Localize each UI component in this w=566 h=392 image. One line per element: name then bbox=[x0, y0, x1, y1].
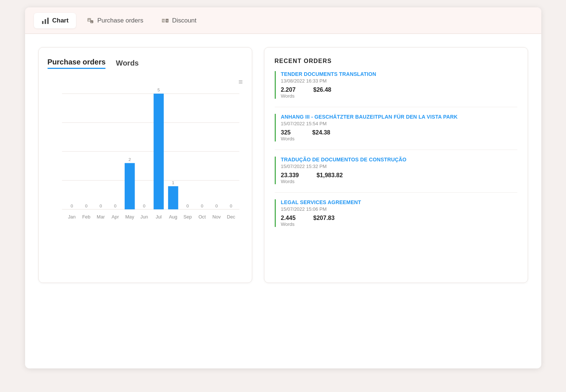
recent-orders-card: RECENT ORDERS Tender documents translati… bbox=[264, 47, 528, 283]
order-stat-words: 2.207 Words bbox=[281, 87, 296, 99]
top-tabs: Chart A a Purchase orders % % bbox=[25, 7, 541, 34]
svg-text:Jan: Jan bbox=[68, 214, 76, 220]
order-stat-words: 2.445 Words bbox=[281, 215, 296, 227]
svg-rect-24 bbox=[125, 163, 135, 210]
order-title[interactable]: LEGAL SERVICES AGREEMENT bbox=[281, 199, 517, 205]
svg-text:0: 0 bbox=[230, 203, 232, 208]
chart-tab-purchase-orders[interactable]: Purchase orders bbox=[48, 58, 106, 69]
divider bbox=[275, 192, 517, 193]
order-item: Tradução de documentos de construção 15/… bbox=[275, 157, 517, 184]
translate-icon: A a bbox=[86, 17, 94, 25]
order-title[interactable]: ANHANG III - GESCHÄTZTER BAUZEITPLAN FÜR… bbox=[281, 114, 517, 120]
svg-text:Nov: Nov bbox=[212, 214, 221, 220]
order-date: 15/07/2022 15:06 PM bbox=[281, 206, 517, 212]
order-date: 15/07/2022 15:32 PM bbox=[281, 164, 517, 169]
order-stat-value: 325 bbox=[281, 129, 295, 136]
chart-tab-words[interactable]: Words bbox=[116, 59, 139, 69]
svg-text:Dec: Dec bbox=[227, 214, 235, 220]
svg-rect-28 bbox=[153, 94, 163, 209]
chart-menu-icon[interactable]: ≡ bbox=[239, 78, 243, 86]
order-stat-price: $1,983.82 bbox=[316, 172, 343, 179]
svg-text:Feb: Feb bbox=[82, 214, 90, 220]
order-title[interactable]: Tender documents translation bbox=[281, 71, 517, 77]
svg-text:0: 0 bbox=[215, 203, 218, 208]
tab-discount-label: Discount bbox=[172, 17, 197, 24]
svg-text:0: 0 bbox=[85, 203, 87, 208]
svg-text:0: 0 bbox=[143, 203, 145, 208]
svg-rect-0 bbox=[42, 21, 44, 24]
bar-chart-svg: 0 0 0 0 2 0 bbox=[48, 78, 243, 232]
svg-text:2: 2 bbox=[128, 157, 131, 162]
order-stats-row: 2.207 Words $26.48 bbox=[281, 87, 517, 99]
order-stat-label: Words bbox=[281, 221, 296, 227]
svg-text:0: 0 bbox=[186, 203, 189, 208]
svg-text:0: 0 bbox=[100, 203, 102, 208]
order-date: 15/07/2022 15:54 PM bbox=[281, 121, 517, 126]
svg-text:Sep: Sep bbox=[183, 214, 192, 220]
order-stats-row: 23.339 Words $1,983.82 bbox=[281, 172, 517, 184]
divider bbox=[275, 107, 517, 107]
svg-text:Aug: Aug bbox=[169, 214, 177, 220]
order-title[interactable]: Tradução de documentos de construção bbox=[281, 157, 517, 162]
chart-area: ≡ 0 0 0 bbox=[48, 78, 243, 232]
order-stat-words: 23.339 Words bbox=[281, 172, 299, 184]
svg-text:0: 0 bbox=[114, 203, 117, 208]
tab-chart[interactable]: Chart bbox=[34, 13, 76, 28]
order-item: LEGAL SERVICES AGREEMENT 15/07/2022 15:0… bbox=[275, 199, 517, 227]
svg-text:0: 0 bbox=[70, 203, 73, 208]
svg-text:0: 0 bbox=[201, 203, 203, 208]
order-stat-value: 2.445 bbox=[281, 215, 296, 221]
order-stat-price: $207.83 bbox=[313, 215, 335, 221]
bar-chart-icon bbox=[41, 17, 49, 25]
order-stat-price-value: $24.38 bbox=[312, 129, 330, 136]
svg-text:Jul: Jul bbox=[156, 214, 162, 220]
svg-text:Jun: Jun bbox=[140, 214, 148, 220]
order-stat-label: Words bbox=[281, 93, 296, 99]
order-stat-price-value: $207.83 bbox=[313, 215, 335, 221]
divider bbox=[275, 150, 517, 150]
tab-chart-label: Chart bbox=[52, 17, 69, 24]
svg-text:1: 1 bbox=[172, 180, 174, 185]
order-stat-price-value: $26.48 bbox=[313, 87, 331, 93]
svg-text:%: % bbox=[166, 20, 168, 22]
svg-text:Oct: Oct bbox=[198, 214, 206, 220]
order-item: ANHANG III - GESCHÄTZTER BAUZEITPLAN FÜR… bbox=[275, 114, 517, 141]
tab-purchase-orders[interactable]: A a Purchase orders bbox=[79, 13, 151, 28]
order-stats-row: 325 Words $24.38 bbox=[281, 129, 517, 141]
order-stat-words: 325 Words bbox=[281, 129, 295, 141]
order-item: Tender documents translation 13/08/2022 … bbox=[275, 71, 517, 99]
order-stat-value: 23.339 bbox=[281, 172, 299, 179]
content-area: Purchase orders Words ≡ 0 bbox=[25, 34, 541, 296]
order-stat-value: 2.207 bbox=[281, 87, 296, 93]
order-stat-label: Words bbox=[281, 179, 299, 184]
svg-rect-30 bbox=[168, 186, 178, 209]
svg-text:Apr: Apr bbox=[111, 214, 119, 220]
order-stat-price-value: $1,983.82 bbox=[316, 172, 343, 179]
svg-rect-2 bbox=[47, 18, 49, 24]
svg-text:May: May bbox=[125, 214, 134, 220]
order-stat-price: $24.38 bbox=[312, 129, 330, 136]
discount-icon: % % bbox=[161, 17, 169, 25]
tab-purchase-orders-label: Purchase orders bbox=[97, 17, 143, 24]
chart-card: Purchase orders Words ≡ 0 bbox=[38, 47, 252, 283]
svg-text:Mar: Mar bbox=[97, 214, 105, 220]
order-stats-row: 2.445 Words $207.83 bbox=[281, 215, 517, 227]
order-date: 13/08/2022 16:33 PM bbox=[281, 78, 517, 84]
svg-text:5: 5 bbox=[157, 87, 160, 92]
tab-discount[interactable]: % % Discount bbox=[154, 13, 204, 28]
order-stat-label: Words bbox=[281, 136, 295, 141]
svg-text:A: A bbox=[88, 19, 90, 22]
order-stat-price: $26.48 bbox=[313, 87, 331, 93]
chart-title-row: Purchase orders Words bbox=[48, 58, 243, 69]
main-container: Chart A a Purchase orders % % bbox=[25, 7, 541, 368]
svg-rect-1 bbox=[45, 19, 46, 24]
svg-text:%: % bbox=[162, 20, 164, 22]
recent-orders-title: RECENT ORDERS bbox=[275, 58, 517, 64]
